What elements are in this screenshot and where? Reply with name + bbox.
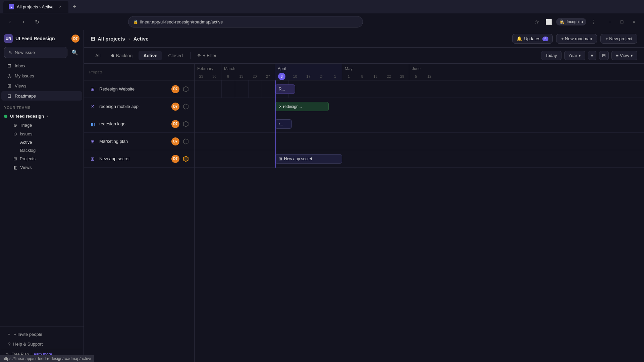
- sidebar-item-backlog[interactable]: Backlog: [19, 146, 82, 154]
- close-btn[interactable]: ×: [629, 17, 639, 26]
- day-apr-24: 24: [315, 72, 328, 80]
- project-list: Projects ⊞ Redesign Website D7 ✕ redesig…: [84, 64, 195, 362]
- layout-list-btn[interactable]: ≡: [588, 51, 597, 60]
- updates-label: Updates: [524, 36, 540, 41]
- issues-label: Issues: [20, 131, 33, 136]
- sidebar-item-active[interactable]: Active: [19, 138, 82, 146]
- user-avatar[interactable]: D7: [71, 35, 79, 43]
- new-project-btn[interactable]: + New project: [600, 34, 637, 44]
- triage-icon: ⊕: [13, 123, 17, 128]
- star-btn[interactable]: ☆: [532, 17, 541, 26]
- team-name-header[interactable]: Ui feed redesign ▾: [0, 112, 84, 121]
- filter-tab-active[interactable]: Active: [139, 51, 162, 60]
- today-btn[interactable]: Today: [541, 51, 561, 60]
- backlog-dot: [111, 54, 114, 57]
- help-support-btn[interactable]: ? Help & Support: [3, 340, 81, 349]
- layout-grid-btn[interactable]: ⊟: [599, 51, 609, 60]
- search-btn[interactable]: 🔍: [70, 48, 79, 57]
- teams-section-label: Your teams: [4, 106, 31, 110]
- new-tab-btn[interactable]: +: [70, 2, 79, 11]
- sidebar-item-inbox[interactable]: ⊡ Inbox: [1, 61, 82, 70]
- svg-marker-3: [183, 139, 188, 144]
- team-items: ⊕ Triage ⊙ Issues Active Backlog: [0, 121, 84, 172]
- back-btn[interactable]: ‹: [5, 17, 15, 26]
- day-mar-20: 20: [248, 72, 262, 80]
- tab-favicon: L: [9, 4, 14, 9]
- gantt-bar-new-app-secret[interactable]: ⊞ New app secret: [275, 154, 342, 164]
- redesign-logo-icon: ◧: [89, 121, 96, 127]
- day-may-15: 15: [369, 72, 382, 80]
- inbox-icon: ⊡: [7, 63, 12, 68]
- gantt-header: February 23 30 March 6 13: [195, 64, 644, 80]
- filter-bar: All Backlog Active Closed ⊕ + Filter Tod…: [84, 48, 644, 64]
- breadcrumb-root[interactable]: All projects: [98, 36, 125, 42]
- sidebar-item-views-label: Views: [15, 83, 26, 88]
- tab-close-btn[interactable]: ×: [58, 4, 63, 9]
- maximize-btn[interactable]: □: [617, 17, 627, 26]
- sidebar-item-issues[interactable]: ⊙ Issues: [4, 130, 82, 138]
- window-controls: − □ ×: [605, 17, 639, 26]
- help-label: Help & Support: [13, 342, 43, 347]
- breadcrumb-active: Active: [133, 36, 149, 42]
- view-btn[interactable]: ≡ View ▾: [611, 51, 637, 60]
- project-row-new-app-secret[interactable]: ⊞ New app secret D7: [84, 150, 194, 168]
- address-bar[interactable]: 🔒 linear.app/ui-feed-redesign/roadmap/ac…: [128, 16, 363, 27]
- filter-icon: ⊕: [197, 53, 201, 58]
- day-apr-17: 17: [302, 72, 315, 80]
- forward-btn[interactable]: ›: [19, 17, 28, 26]
- address-text: linear.app/ui-feed-redesign/roadmap/acti…: [140, 19, 223, 24]
- workspace-name[interactable]: UR UI Feed Redesign: [4, 34, 55, 43]
- new-roadmap-btn[interactable]: + New roadmap: [556, 34, 597, 44]
- views-icon: ⊞: [7, 83, 12, 88]
- day-may-29: 29: [395, 72, 409, 80]
- new-roadmap-label: + New roadmap: [561, 36, 592, 41]
- issues-children: Active Backlog: [3, 138, 84, 154]
- sidebar-item-roadmaps[interactable]: ⊟ Roadmaps: [1, 91, 82, 101]
- roadmap-content: Projects ⊞ Redesign Website D7 ✕ redesig…: [84, 64, 644, 362]
- redesign-website-icon: ⊞: [89, 86, 96, 93]
- filter-tab-closed[interactable]: Closed: [163, 51, 187, 60]
- gantt-row-new-app-secret: ⊞ New app secret: [195, 150, 644, 168]
- updates-btn[interactable]: 🔔 Updates 5: [512, 34, 553, 44]
- day-jun-5: 5: [409, 72, 423, 80]
- sidebar-item-inbox-label: Inbox: [15, 63, 25, 68]
- active-tab[interactable]: L All projects › Active ×: [3, 1, 68, 13]
- backlog-tab-label: Backlog: [116, 53, 133, 58]
- new-app-secret-icon: ⊞: [89, 156, 96, 162]
- project-row-redesign-mobile[interactable]: ✕ redesign mobile app D7: [84, 98, 194, 115]
- gantt-bar-redesign-mobile[interactable]: ✕ redesign...: [275, 102, 329, 111]
- redesign-mobile-name: redesign mobile app: [99, 104, 168, 109]
- view-chevron-icon: ▾: [631, 53, 633, 58]
- day-mar-27: 27: [261, 72, 275, 80]
- invite-people-btn[interactable]: ＋ + Invite people: [1, 329, 82, 339]
- team-header[interactable]: Your teams: [0, 104, 84, 112]
- sidebar-item-views-team[interactable]: ◧ Views: [4, 163, 82, 172]
- sidebar-item-triage[interactable]: ⊕ Triage: [4, 121, 82, 129]
- filter-tab-backlog[interactable]: Backlog: [107, 51, 138, 60]
- breadcrumb-separator: ›: [128, 36, 130, 42]
- month-may: May: [342, 64, 409, 72]
- filter-btn[interactable]: ⊕ + Filter: [193, 51, 220, 60]
- workspace-avatar: UR: [4, 34, 13, 43]
- sidebar-item-projects[interactable]: ⊞ Projects: [4, 155, 82, 163]
- gantt-bar-redesign-website[interactable]: R...: [275, 84, 295, 94]
- gantt-bar-redesign-logo[interactable]: r...: [275, 119, 292, 129]
- active-label: Active: [20, 140, 32, 145]
- filter-tab-all[interactable]: All: [91, 51, 105, 60]
- project-row-marketing-plan[interactable]: ⊞ Marketing plan D7: [84, 133, 194, 150]
- triage-label: Triage: [20, 123, 32, 128]
- minimize-btn[interactable]: −: [605, 17, 614, 26]
- roadmaps-icon: ⊟: [7, 93, 12, 99]
- menu-btn[interactable]: ⋮: [589, 17, 598, 26]
- sidebar-toggle-btn[interactable]: ⬜: [544, 17, 553, 26]
- refresh-btn[interactable]: ↻: [32, 17, 42, 26]
- project-row-redesign-logo[interactable]: ◧ redesign logo D7: [84, 115, 194, 133]
- year-btn[interactable]: Year ▾: [564, 51, 585, 60]
- sidebar-item-views[interactable]: ⊞ Views: [1, 81, 82, 90]
- view-icon: ≡: [616, 53, 619, 58]
- sidebar-item-my-issues[interactable]: ◷ My issues: [1, 71, 82, 80]
- day-mar-6: 6: [221, 72, 235, 80]
- svg-marker-2: [183, 121, 188, 127]
- project-row-redesign-website[interactable]: ⊞ Redesign Website D7: [84, 80, 194, 98]
- new-issue-btn[interactable]: ✎ New issue: [4, 47, 67, 58]
